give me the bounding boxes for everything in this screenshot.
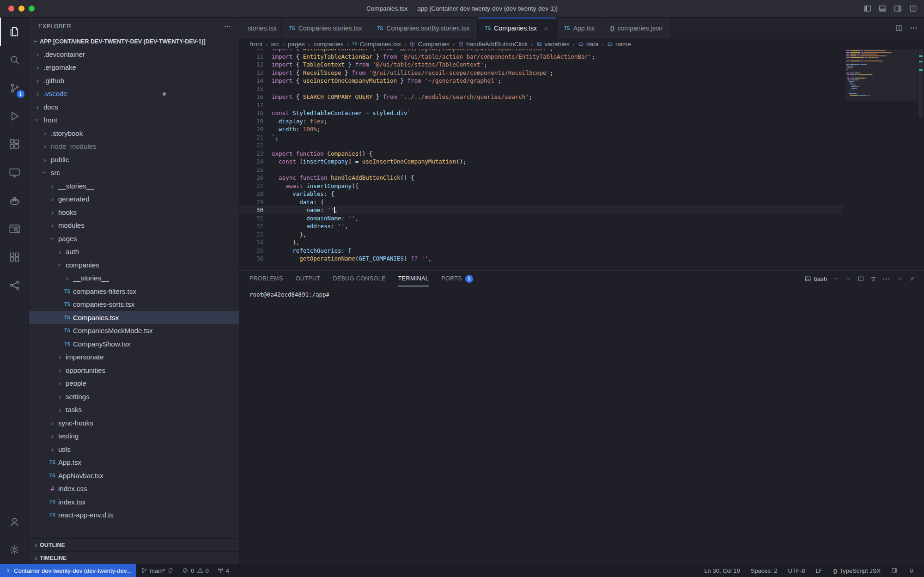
new-terminal-icon[interactable] bbox=[833, 275, 839, 282]
breadcrumb-item-variables[interactable]: variables bbox=[536, 41, 570, 48]
breadcrumb-item-data[interactable]: data bbox=[578, 41, 598, 48]
folder-.vscode[interactable]: ›.vscode bbox=[29, 87, 239, 101]
folder-sync-hooks[interactable]: ›sync-hooks bbox=[29, 416, 239, 430]
close-window-button[interactable] bbox=[8, 6, 14, 12]
breadcrumb-item-Companies[interactable]: Companies bbox=[409, 41, 449, 48]
folder-people[interactable]: ›people bbox=[29, 377, 239, 390]
code-line-18[interactable]: 18const StyledTableContainer = styled.di… bbox=[239, 109, 843, 117]
code-line-27[interactable]: 27 await insertCompany({ bbox=[239, 182, 843, 190]
more-actions-icon[interactable]: ··· bbox=[910, 24, 918, 32]
folder-front[interactable]: ›front bbox=[29, 114, 239, 127]
code-line-35[interactable]: 35 refetchQueries: [ bbox=[239, 247, 843, 255]
folder-docs[interactable]: ›docs bbox=[29, 100, 239, 114]
code-line-31[interactable]: 31 domainName: '', bbox=[239, 214, 843, 223]
remote-explorer-activity-button[interactable] bbox=[0, 158, 29, 187]
explorer-actions-icon[interactable]: ··· bbox=[225, 23, 232, 30]
folder-utils[interactable]: ›utils bbox=[29, 443, 239, 456]
panel-tab-output[interactable]: OUTPUT bbox=[296, 271, 321, 286]
code-line-22[interactable]: 22 bbox=[239, 141, 843, 150]
folder-auth[interactable]: ›auth bbox=[29, 245, 239, 259]
forwarded-ports[interactable]: 4 bbox=[213, 564, 233, 577]
terminal-dropdown-icon[interactable] bbox=[845, 275, 852, 282]
toggle-secondary-sidebar-icon[interactable] bbox=[894, 4, 902, 13]
indentation[interactable]: Spaces: 2 bbox=[747, 567, 781, 574]
flow-activity-button[interactable] bbox=[0, 271, 29, 299]
folder-testing[interactable]: ›testing bbox=[29, 430, 239, 443]
code-line-19[interactable]: 19 display: flex; bbox=[239, 117, 843, 126]
close-panel-icon[interactable] bbox=[909, 275, 916, 282]
folder-pages[interactable]: ›pages bbox=[29, 232, 239, 245]
folder-modules[interactable]: ›modules bbox=[29, 219, 239, 232]
breadcrumb-item-pages[interactable]: pages bbox=[288, 41, 305, 48]
folder-impersonate[interactable]: ›impersonate bbox=[29, 351, 239, 364]
run-debug-activity-button[interactable] bbox=[0, 102, 29, 130]
breadcrumb-item-companies[interactable]: companies bbox=[313, 41, 343, 48]
file-AppNavbar.tsx[interactable]: TSAppNavbar.tsx bbox=[29, 469, 239, 482]
apps-activity-button[interactable] bbox=[0, 243, 29, 271]
folder-.github[interactable]: ›.github bbox=[29, 74, 239, 87]
panel-more-icon[interactable]: ··· bbox=[882, 275, 891, 283]
outline-section[interactable]: › OUTLINE bbox=[29, 538, 239, 551]
notifications[interactable] bbox=[905, 567, 918, 574]
maximize-panel-icon[interactable] bbox=[896, 275, 903, 282]
folder-__stories__[interactable]: ›__stories__ bbox=[29, 179, 239, 193]
remote-indicator[interactable]: Container dev-twenty-dev (dev-twenty-dev… bbox=[0, 564, 136, 577]
code-line-26[interactable]: 26 async function handleAddButtonClick()… bbox=[239, 174, 843, 182]
panel-tab-debug-console[interactable]: DEBUG CONSOLE bbox=[333, 271, 385, 286]
code-line-25[interactable]: 25 bbox=[239, 166, 843, 174]
breadcrumb-item-src[interactable]: src bbox=[271, 41, 280, 48]
code-line-32[interactable]: 32 address: '', bbox=[239, 222, 843, 231]
file-CompanyShow.tsx[interactable]: TSCompanyShow.tsx bbox=[29, 337, 239, 351]
folder-src[interactable]: ›src bbox=[29, 166, 239, 180]
tab-App.tsx[interactable]: TSApp.tsx bbox=[557, 18, 602, 39]
file-index.css[interactable]: #index.css bbox=[29, 482, 239, 496]
panel-tab-terminal[interactable]: TERMINAL bbox=[398, 271, 429, 286]
accounts-activity-button[interactable] bbox=[0, 508, 29, 536]
tab-close-icon[interactable] bbox=[543, 25, 549, 31]
code-line-21[interactable]: 21`; bbox=[239, 134, 843, 142]
code-line-20[interactable]: 20 width: 100%; bbox=[239, 125, 843, 134]
encoding[interactable]: UTF-8 bbox=[784, 567, 809, 574]
panel-tab-ports[interactable]: PORTS1 bbox=[441, 271, 473, 286]
git-branch[interactable]: main* bbox=[137, 564, 177, 577]
folder-__stories__[interactable]: ›__stories__ bbox=[29, 272, 239, 285]
folder-.devcontainer[interactable]: ›.devcontainer bbox=[29, 48, 239, 61]
tab-Companies.sortBy.stories.tsx[interactable]: TSCompanies.sortBy.stories.tsx bbox=[370, 18, 478, 39]
eol[interactable]: LF bbox=[812, 567, 826, 574]
source-control-activity-button[interactable]: 1 bbox=[0, 74, 29, 102]
folder-public[interactable]: ›public bbox=[29, 153, 239, 166]
code-line-33[interactable]: 33 }, bbox=[239, 231, 843, 239]
folder-.storybook[interactable]: ›.storybook bbox=[29, 127, 239, 140]
tab-stories.tsx[interactable]: stories.tsx bbox=[239, 18, 282, 39]
workspace-section-header[interactable]: › APP [CONTAINER DEV-TWENTY-DEV (DEV-TWE… bbox=[29, 35, 239, 48]
language-mode[interactable]: {}TypeScript JSX bbox=[830, 567, 884, 574]
code-line-23[interactable]: 23export function Companies() { bbox=[239, 150, 843, 158]
breadcrumb-item-name[interactable]: name bbox=[607, 41, 631, 48]
customize-layout-icon[interactable] bbox=[909, 4, 918, 13]
code-line-13[interactable]: 13import { RecoilScope } from '@/ui/util… bbox=[239, 69, 843, 77]
code-line-28[interactable]: 28 variables: { bbox=[239, 190, 843, 198]
code-line-12[interactable]: 12import { TableContext } from '@/ui/tab… bbox=[239, 61, 843, 69]
panel-tab-problems[interactable]: PROBLEMS bbox=[249, 271, 283, 286]
file-index.tsx[interactable]: TSindex.tsx bbox=[29, 495, 239, 509]
code-editor[interactable]: 10import { WithTopBarContainer } from '@… bbox=[239, 49, 924, 270]
code-line-30[interactable]: 30 name: '', bbox=[239, 206, 843, 214]
minimap[interactable] bbox=[846, 50, 917, 97]
minimize-window-button[interactable] bbox=[18, 6, 24, 12]
settings-activity-button[interactable] bbox=[0, 536, 29, 564]
folder-hooks[interactable]: ›hooks bbox=[29, 206, 239, 219]
cursor-position[interactable]: Ln 30, Col 19 bbox=[700, 567, 743, 574]
code-line-15[interactable]: 15 bbox=[239, 85, 843, 93]
code-line-36[interactable]: 36 getOperationName(GET_COMPANIES) ?? ''… bbox=[239, 255, 843, 263]
breadcrumb-item-handleAddButtonClick[interactable]: handleAddButtonClick bbox=[458, 41, 528, 48]
code-line-29[interactable]: 29 data: { bbox=[239, 198, 843, 207]
code-line-14[interactable]: 14import { useInsertOneCompanyMutation }… bbox=[239, 77, 843, 85]
folder-.ergomake[interactable]: ›.ergomake bbox=[29, 61, 239, 74]
tab-Companies.stories.tsx[interactable]: TSCompanies.stories.tsx bbox=[282, 18, 370, 39]
docker-activity-button[interactable] bbox=[0, 187, 29, 215]
editor-scrollbar[interactable] bbox=[918, 49, 923, 118]
folder-generated[interactable]: ›generated bbox=[29, 193, 239, 206]
folder-opportunities[interactable]: ›opportunities bbox=[29, 364, 239, 377]
code-line-24[interactable]: 24 const [insertCompany] = useInsertOneC… bbox=[239, 158, 843, 166]
terminal[interactable]: root@0a42ecd84891:/app# bbox=[239, 286, 924, 564]
